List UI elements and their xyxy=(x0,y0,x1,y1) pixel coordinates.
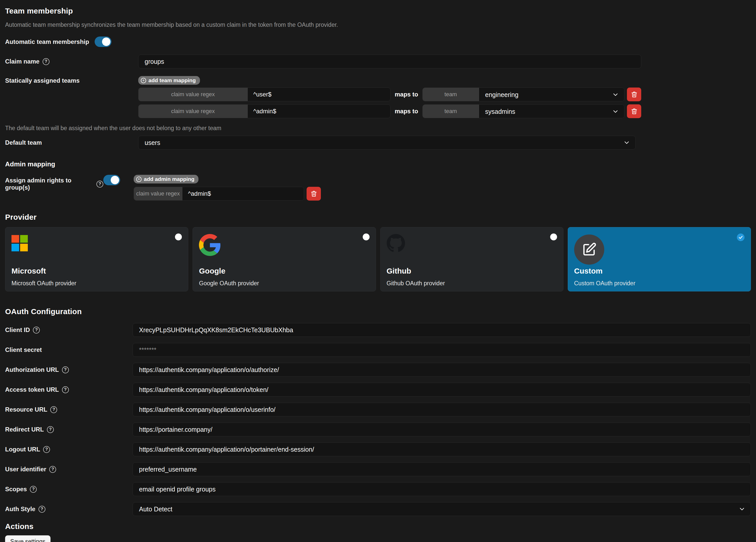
claim-regex-group: claim value regex xyxy=(138,104,390,118)
add-admin-mapping-label: add admin mapping xyxy=(144,176,194,182)
client-secret-input[interactable] xyxy=(133,343,751,357)
automatic-team-membership-label: Automatic team membership xyxy=(5,38,89,45)
provider-card-google[interactable]: Google Google OAuth provider xyxy=(193,227,376,292)
provider-heading: Provider xyxy=(5,213,751,221)
provider-card-custom[interactable]: Custom Custom OAuth provider xyxy=(568,227,751,292)
redirect-url-input[interactable] xyxy=(133,423,751,436)
actions-heading: Actions xyxy=(5,522,751,531)
auth-style-help-icon[interactable]: ? xyxy=(39,506,45,513)
statically-assigned-teams-label: Statically assigned teams xyxy=(5,76,138,84)
claim-regex-prefix-label: claim value regex xyxy=(138,88,248,101)
provider-card-description: Google OAuth provider xyxy=(199,280,369,287)
scopes-row: Scopes ? xyxy=(5,482,751,496)
assign-admin-rights-label: Assign admin rights to group(s) xyxy=(5,177,93,191)
provider-card-github[interactable]: Github Github OAuth provider xyxy=(380,227,563,292)
user-identifier-label: User identifier xyxy=(5,466,46,473)
toggle-knob xyxy=(111,176,119,184)
access-token-url-row: Access token URL ? xyxy=(5,383,751,397)
resource-url-input[interactable] xyxy=(133,403,751,417)
trash-icon xyxy=(631,91,638,98)
logout-url-help-icon[interactable]: ? xyxy=(43,446,50,453)
logout-url-input[interactable] xyxy=(133,443,751,456)
automatic-team-membership-toggle[interactable] xyxy=(95,36,111,47)
github-icon-area xyxy=(387,234,557,265)
auth-style-select[interactable]: Auto Detect xyxy=(133,502,751,516)
save-settings-button[interactable]: Save settings xyxy=(5,535,51,542)
redirect-url-row: Redirect URL ? xyxy=(5,423,751,436)
team-select[interactable]: engineering xyxy=(479,88,624,101)
assign-admin-rights-toggle[interactable] xyxy=(103,175,120,185)
claim-name-input[interactable] xyxy=(138,55,641,68)
google-icon-area xyxy=(199,234,369,265)
access-token-url-label: Access token URL xyxy=(5,386,59,393)
redirect-url-help-icon[interactable]: ? xyxy=(47,426,54,433)
edit-pencil-icon xyxy=(582,242,597,257)
scopes-help-icon[interactable]: ? xyxy=(30,486,37,493)
scopes-input[interactable] xyxy=(133,482,751,496)
client-secret-row: Client secret xyxy=(5,343,751,357)
access-token-url-help-icon[interactable]: ? xyxy=(62,386,69,393)
team-mappings-column: + add team mapping claim value regex map… xyxy=(138,76,641,118)
team-prefix-label: team xyxy=(423,88,479,101)
access-token-url-input[interactable] xyxy=(133,383,751,397)
admin-mapping-row: Assign admin rights to group(s) ? + add … xyxy=(5,175,751,200)
oauth-fields: Client ID ? Client secret Authorization … xyxy=(5,323,751,516)
provider-card-microsoft[interactable]: Microsoft Microsoft OAuth provider xyxy=(5,227,188,292)
plus-circle-icon: + xyxy=(141,78,146,83)
maps-to-label: maps to xyxy=(390,108,422,115)
provider-card-description: Custom OAuth provider xyxy=(574,280,745,287)
resource-url-help-icon[interactable]: ? xyxy=(50,406,57,413)
scopes-label: Scopes xyxy=(5,486,27,493)
default-team-value: users xyxy=(145,139,160,146)
admin-mapping-heading: Admin mapping xyxy=(5,160,751,168)
client-id-input[interactable] xyxy=(133,323,751,337)
claim-regex-prefix-label: claim value regex xyxy=(134,187,182,200)
claim-regex-input[interactable] xyxy=(248,105,390,118)
add-team-mapping-button[interactable]: + add team mapping xyxy=(138,76,200,85)
user-identifier-help-icon[interactable]: ? xyxy=(49,466,56,473)
assign-admin-rights-help-icon[interactable]: ? xyxy=(96,181,103,187)
team-select-value: sysadmins xyxy=(485,108,515,115)
chevron-down-icon xyxy=(612,108,619,115)
delete-team-mapping-button[interactable] xyxy=(627,104,641,118)
authorization-url-label: Authorization URL xyxy=(5,366,59,373)
claim-regex-input[interactable] xyxy=(248,88,390,101)
resource-url-label: Resource URL xyxy=(5,406,47,413)
add-admin-mapping-button[interactable]: + add admin mapping xyxy=(134,175,198,183)
claim-name-row: Claim name ? xyxy=(5,55,751,68)
team-membership-heading: Team membership xyxy=(5,7,751,15)
resource-url-row: Resource URL ? xyxy=(5,403,751,417)
claim-name-help-icon[interactable]: ? xyxy=(43,58,49,65)
auth-style-row: Auth Style ? Auto Detect xyxy=(5,502,751,516)
google-logo-icon xyxy=(199,234,221,256)
delete-admin-mapping-button[interactable] xyxy=(307,187,321,200)
provider-radio-unselected[interactable] xyxy=(550,233,557,240)
authorization-url-help-icon[interactable]: ? xyxy=(62,367,69,373)
custom-icon-area xyxy=(574,234,745,265)
chevron-down-icon xyxy=(738,506,746,513)
trash-icon xyxy=(631,108,638,115)
provider-selected-check-badge[interactable] xyxy=(737,233,745,241)
maps-to-label: maps to xyxy=(390,91,422,98)
provider-radio-unselected[interactable] xyxy=(363,233,370,240)
admin-claim-regex-input[interactable] xyxy=(182,187,304,200)
client-id-help-icon[interactable]: ? xyxy=(33,327,40,334)
user-identifier-input[interactable] xyxy=(133,462,751,476)
plus-circle-icon: + xyxy=(136,176,142,182)
admin-claim-regex-group: claim value regex xyxy=(134,187,304,200)
check-icon xyxy=(738,235,743,239)
default-team-hint: The default team will be assigned when t… xyxy=(5,125,751,132)
claim-regex-prefix-label: claim value regex xyxy=(138,105,248,118)
automatic-team-membership-row: Automatic team membership xyxy=(5,36,751,47)
client-secret-label: Client secret xyxy=(5,346,42,354)
admin-claim-row: claim value regex xyxy=(134,187,321,200)
oauth-configuration-heading: OAuth Configuration xyxy=(5,307,751,316)
delete-team-mapping-button[interactable] xyxy=(627,87,641,101)
authorization-url-input[interactable] xyxy=(133,363,751,377)
default-team-select[interactable]: users xyxy=(138,136,636,149)
team-mapping-row: claim value regex maps to team engineeri… xyxy=(138,87,641,101)
team-select[interactable]: sysadmins xyxy=(479,105,624,118)
oauth-settings-page: Team membership Automatic team membershi… xyxy=(0,0,756,542)
custom-icon-circle xyxy=(574,234,604,264)
claim-regex-group: claim value regex xyxy=(138,87,390,101)
